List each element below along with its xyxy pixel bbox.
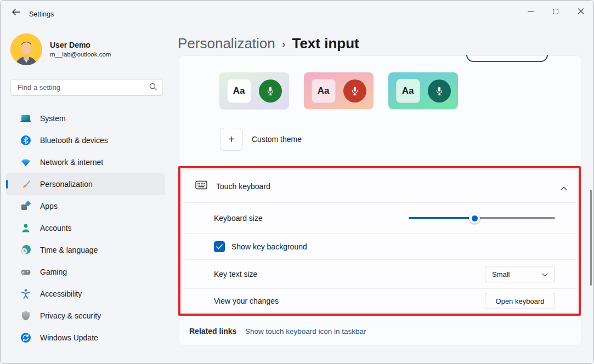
minimize-icon <box>528 12 534 12</box>
sidebar-item-time-language[interactable]: Time & language <box>6 239 165 261</box>
close-icon <box>578 8 584 15</box>
user-name: User Demo <box>50 41 90 49</box>
dropdown-value: Small <box>492 270 510 278</box>
breadcrumb-parent[interactable]: Personalization <box>178 35 275 52</box>
key-text-size-dropdown[interactable]: Small <box>485 266 555 282</box>
add-custom-theme-button[interactable]: + <box>220 128 243 151</box>
related-links-title: Related links <box>189 327 236 335</box>
touch-keyboard-title: Touch keyboard <box>216 182 270 191</box>
sidebar-item-accessibility[interactable]: Accessibility <box>6 283 165 305</box>
breadcrumb-separator: › <box>282 37 286 50</box>
breadcrumb: Personalization › Text input <box>178 33 359 53</box>
theme-key-preview: Aa <box>227 79 251 103</box>
microphone-icon <box>343 79 366 103</box>
sidebar-item-windows-update[interactable]: Windows Update <box>6 327 165 349</box>
open-keyboard-button-label: Open keyboard <box>496 297 545 305</box>
sidebar-item-label: Apps <box>40 202 58 211</box>
sidebar-item-label: Accessibility <box>40 289 82 298</box>
keyboard-size-row: Keyboard size <box>182 203 577 234</box>
user-email: m__lab@outlook.com <box>50 51 111 58</box>
search-placeholder: Find a setting <box>18 83 149 92</box>
sidebar-item-label: Windows Update <box>40 333 98 342</box>
sidebar-item-gaming[interactable]: Gaming <box>6 261 165 283</box>
sidebar: System Bluetooth & devices Network & int… <box>6 107 165 349</box>
theme-key-preview: Aa <box>312 79 336 103</box>
selected-accent-bar <box>6 180 8 189</box>
sidebar-item-apps[interactable]: Apps <box>6 195 165 217</box>
theme-key-preview: Aa <box>396 79 420 103</box>
view-your-changes-label: View your changes <box>214 297 279 305</box>
sidebar-item-accounts[interactable]: Accounts <box>6 217 165 239</box>
wifi-icon <box>20 157 31 168</box>
back-arrow-icon <box>12 8 20 18</box>
minimize-button[interactable] <box>518 1 543 22</box>
divider <box>179 322 581 322</box>
sidebar-item-network-internet[interactable]: Network & internet <box>6 151 165 173</box>
open-keyboard-button[interactable]: Open keyboard <box>485 293 555 309</box>
laptop-icon <box>20 113 31 124</box>
show-key-background-checkbox[interactable] <box>214 241 225 252</box>
checkmark-icon <box>216 244 223 249</box>
keyboard-size-label: Keyboard size <box>214 214 263 223</box>
sidebar-item-bluetooth-devices[interactable]: Bluetooth & devices <box>6 129 165 151</box>
theme-card-pink-orange[interactable]: Aa <box>304 72 374 109</box>
microphone-icon <box>428 79 451 103</box>
maximize-button[interactable] <box>543 1 568 22</box>
maximize-icon <box>553 9 558 14</box>
slider-fill <box>409 217 474 219</box>
avatar[interactable] <box>10 33 42 65</box>
key-text-size-label: Key text size <box>214 270 257 278</box>
page-title: Text input <box>292 35 359 52</box>
sidebar-item-label: Accounts <box>40 224 72 232</box>
sidebar-item-label: Bluetooth & devices <box>40 136 108 145</box>
keyboard-size-slider[interactable] <box>409 213 555 224</box>
search-icon <box>149 83 157 93</box>
sidebar-item-privacy-security[interactable]: Privacy & security <box>6 305 165 327</box>
paintbrush-icon <box>20 179 31 190</box>
theme-card-green-lavender[interactable]: Aa <box>219 72 289 109</box>
plus-icon: + <box>228 133 235 146</box>
custom-theme-row: + Custom theme <box>220 128 302 151</box>
window-title: Settings <box>29 10 54 18</box>
sidebar-item-label: Privacy & security <box>40 311 101 320</box>
avatar-illustration <box>10 33 42 65</box>
titlebar: Settings <box>1 1 593 22</box>
chevron-down-icon <box>542 270 548 278</box>
scrollbar-thumb[interactable] <box>590 190 592 286</box>
custom-theme-label: Custom theme <box>252 135 302 144</box>
theme-cards: Aa Aa Aa <box>219 72 458 109</box>
touch-keyboard-section: Touch keyboard Keyboard size Show key ba… <box>182 169 578 312</box>
show-key-background-row: Show key background <box>182 234 577 260</box>
view-your-changes-row: View your changes Open keyboard <box>182 289 577 312</box>
clock-globe-icon <box>20 244 31 255</box>
touch-keyboard-expander[interactable]: Touch keyboard <box>182 170 577 203</box>
sidebar-item-label: Personalization <box>40 180 93 189</box>
sidebar-item-system[interactable]: System <box>6 107 165 129</box>
accessibility-icon <box>20 288 31 299</box>
shield-icon <box>20 310 31 321</box>
update-icon <box>20 332 31 343</box>
sidebar-item-label: Gaming <box>40 268 67 276</box>
gamepad-icon <box>20 266 31 277</box>
key-text-size-row: Key text size Small <box>182 260 577 289</box>
settings-window: { "titlebar": { "title": "Settings" }, "… <box>0 0 594 364</box>
theme-card-teal-green[interactable]: Aa <box>388 72 458 109</box>
chevron-up-icon <box>561 183 567 193</box>
slider-thumb[interactable] <box>469 213 480 224</box>
person-icon <box>20 223 31 234</box>
touch-keyboard-icon <box>195 180 207 192</box>
bluetooth-icon <box>20 135 31 146</box>
sidebar-item-label: System <box>40 114 66 123</box>
close-button[interactable] <box>568 1 593 22</box>
sidebar-item-label: Time & language <box>40 246 98 254</box>
back-button[interactable] <box>7 6 25 19</box>
search-input[interactable]: Find a setting <box>10 79 163 95</box>
related-link-taskbar[interactable]: Show touch keyboard icon in taskbar <box>245 327 366 335</box>
window-controls <box>518 1 593 22</box>
sidebar-item-label: Network & internet <box>40 158 103 167</box>
microphone-icon <box>259 79 282 103</box>
sidebar-item-personalization[interactable]: Personalization <box>6 173 165 195</box>
show-key-background-label: Show key background <box>231 242 307 251</box>
scrolled-button-outline <box>466 55 548 62</box>
apps-icon <box>20 201 31 212</box>
